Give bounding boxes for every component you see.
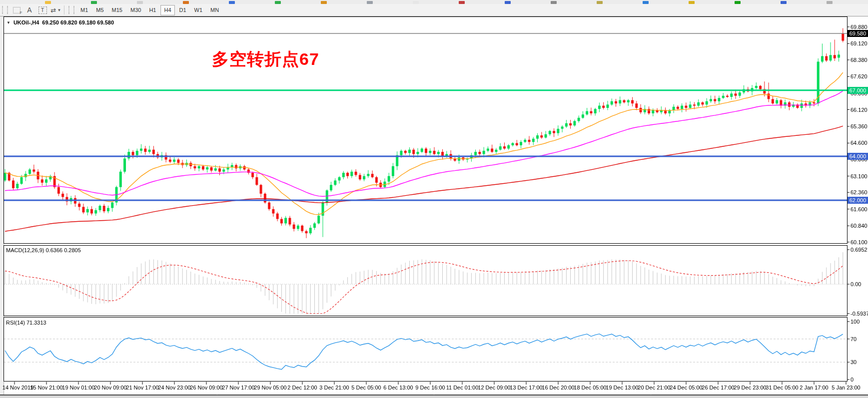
price-tick-label: 60.840 [851, 223, 868, 229]
date-tick-label: 27 Nov 17:00 [222, 385, 254, 391]
price-badge-67.000: 67.000 [848, 87, 868, 94]
date-tick-label: 2 Dec 12:00 [287, 385, 317, 391]
trading-terminal-window: { "toolbar": { "icons": { "shift_grid_le… [0, 0, 868, 398]
date-tick-label: 29 Nov 05:00 [254, 385, 286, 391]
price-tick-label: 66.120 [851, 107, 868, 113]
chart-title: ▼ UKOil-,H4 69.250 69.820 69.180 69.580 [6, 19, 114, 25]
date-tick-label: 24 Nov 23:00 [158, 385, 190, 391]
date-tick-label: 11 Dec 01:00 [446, 385, 479, 391]
symbol-period-label: UKOil-,H4 [13, 19, 39, 25]
price-tick-label: 67.620 [851, 73, 868, 79]
price-tick-label: 63.100 [851, 173, 868, 179]
symbol-dropdown-icon[interactable]: ▼ [6, 20, 10, 25]
window-bottom-edge [0, 395, 868, 398]
price-badge-62.000: 62.000 [848, 197, 868, 204]
date-tick-label: 19 Dec 13:00 [606, 385, 638, 391]
price-tick-label: 60.100 [851, 239, 868, 245]
date-tick-label: 6 Dec 13:00 [383, 385, 413, 391]
date-tick-label: 9 Dec 16:00 [415, 385, 445, 391]
date-tick-label: 16 Dec 20:00 [542, 385, 574, 391]
date-tick-label: 21 Nov 17:00 [126, 385, 158, 391]
date-tick-label: 26 Nov 09:00 [190, 385, 222, 391]
macd-indicator-label: MACD(12,26,9) 0.6366 0.2805 [6, 247, 81, 253]
date-tick-label: 31 Dec 05:00 [766, 385, 798, 391]
date-tick-label: 19 Nov 01:00 [62, 385, 94, 391]
date-tick-label: 26 Dec 17:00 [702, 385, 734, 391]
macd-tick-label: 0.6952 [851, 247, 868, 253]
price-tick-label: 61.600 [851, 206, 868, 212]
date-tick-label: 12 Dec 09:00 [478, 385, 510, 391]
date-tick-label: 2 Jan 17:00 [800, 385, 829, 391]
date-tick-label: 3 Dec 21:00 [319, 385, 349, 391]
date-tick-label: 15 Nov 21:00 [30, 385, 62, 391]
price-badge-69.580: 69.580 [848, 30, 868, 37]
price-tick-label: 69.880 [851, 24, 868, 30]
macd-tick-label: 0.00 [851, 281, 861, 287]
rsi-tick-label: 100 [851, 319, 860, 325]
date-tick-label: 13 Dec 17:00 [510, 385, 542, 391]
date-tick-label: 5 Dec 05:00 [351, 385, 381, 391]
date-tick-label: 20 Nov 09:00 [94, 385, 126, 391]
rsi-tick-label: 30 [851, 359, 857, 365]
date-tick-label: 29 Dec 23:00 [734, 385, 766, 391]
price-tick-label: 65.360 [851, 123, 868, 129]
rsi-tick-label: 70 [851, 336, 857, 342]
price-tick-label: 64.600 [851, 140, 868, 146]
price-tick-label: 69.120 [851, 40, 868, 46]
rsi-indicator-label: RSI(14) 71.3313 [6, 320, 46, 326]
chart-canvas[interactable] [0, 0, 868, 398]
ohlc-values: 69.250 69.820 69.180 69.580 [42, 19, 114, 25]
date-tick-label: 18 Dec 05:00 [574, 385, 606, 391]
price-tick-label: 62.360 [851, 189, 868, 195]
chart-annotation-text: 多空转折点67 [212, 48, 319, 71]
date-tick-label: 5 Jan 23:00 [832, 385, 861, 391]
date-tick-label: 20 Dec 21:00 [638, 385, 670, 391]
date-tick-label: 14 Nov 2019 [2, 385, 33, 391]
price-badge-64.000: 64.000 [848, 153, 868, 160]
price-tick-label: 68.380 [851, 57, 868, 63]
rsi-tick-label: 0 [851, 377, 854, 383]
macd-tick-label: -0.5937 [851, 311, 868, 317]
date-tick-label: 24 Dec 05:00 [670, 385, 702, 391]
